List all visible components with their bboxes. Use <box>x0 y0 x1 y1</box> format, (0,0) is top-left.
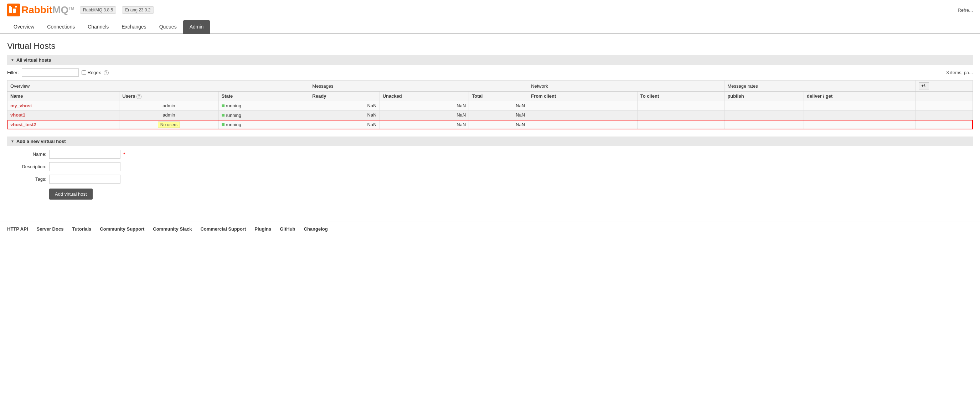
footer-server-docs[interactable]: Server Docs <box>37 226 64 232</box>
col-unacked: Unacked <box>380 92 469 101</box>
vhost-name-link[interactable]: my_vhost <box>10 103 32 108</box>
rabbitmq-version-badge: RabbitMQ 3.8.5 <box>80 6 116 14</box>
running-badge: running <box>222 103 241 108</box>
add-vhost-collapse-arrow: ▼ <box>11 139 14 143</box>
regex-label: Regex <box>82 70 101 75</box>
nav-overview[interactable]: Overview <box>7 20 41 34</box>
section-collapse-arrow: ▼ <box>11 58 14 62</box>
vhost-extra-cell <box>916 120 973 129</box>
form-row-name: Name: * <box>14 150 973 159</box>
vhost-users-cell: No users <box>119 120 218 129</box>
vhost-unacked-cell: NaN <box>380 110 469 120</box>
group-header-plusminus: +/- <box>916 81 973 92</box>
logo-tm: TM <box>68 6 74 10</box>
tags-field[interactable] <box>49 175 121 183</box>
nav-exchanges[interactable]: Exchanges <box>115 20 153 34</box>
nav-admin[interactable]: Admin <box>183 20 210 34</box>
add-vhost-section-title: Add a new virtual host <box>16 138 66 144</box>
col-state: State <box>218 92 309 101</box>
vhost-name-cell: vhost1 <box>8 110 119 120</box>
svg-rect-1 <box>9 7 12 13</box>
footer-github[interactable]: GitHub <box>280 226 295 232</box>
add-vhost-form: Name: * Description: Tags: Add virtual h… <box>7 146 973 207</box>
description-field[interactable] <box>49 162 121 171</box>
col-deliver-get: deliver / get <box>804 92 916 101</box>
main-content: Virtual Hosts ▼ All virtual hosts Filter… <box>0 34 980 221</box>
vhost-name-cell: my_vhost <box>8 101 119 110</box>
svg-rect-4 <box>15 6 17 8</box>
vhost-deliver-get-cell <box>804 101 916 110</box>
form-row-tags: Tags: <box>14 175 973 183</box>
form-row-description: Description: <box>14 162 973 171</box>
table-col-header-row: Name Users ? State Ready Unacked Total F… <box>8 92 973 101</box>
logo-mq: MQ <box>52 4 68 15</box>
vhost-extra-cell <box>916 110 973 120</box>
col-to-client: To client <box>637 92 724 101</box>
running-dot <box>222 104 224 107</box>
vhost-name-link[interactable]: vhost1 <box>10 112 25 118</box>
regex-checkbox[interactable] <box>82 70 86 75</box>
name-required-indicator: * <box>123 151 125 157</box>
all-vhosts-section-title: All virtual hosts <box>16 57 51 63</box>
vhost-publish-cell <box>724 101 804 110</box>
footer-tutorials[interactable]: Tutorials <box>72 226 91 232</box>
filter-label: Filter: <box>7 70 19 75</box>
footer-commercial-support[interactable]: Commercial Support <box>200 226 246 232</box>
add-vhost-section-header[interactable]: ▼ Add a new virtual host <box>7 137 973 146</box>
logo-rabbit: Rabbit <box>21 4 52 15</box>
svg-rect-3 <box>9 6 11 8</box>
vhost-from-client-cell <box>528 101 638 110</box>
all-vhosts-section-header[interactable]: ▼ All virtual hosts <box>7 55 973 65</box>
col-from-client: From client <box>528 92 638 101</box>
vhost-ready-cell: NaN <box>309 110 380 120</box>
col-ready: Ready <box>309 92 380 101</box>
refresh-label: Refre... <box>958 8 973 13</box>
users-help-icon[interactable]: ? <box>137 94 142 99</box>
table-row: vhost1adminrunningNaNNaNNaN <box>8 110 973 120</box>
running-dot <box>222 114 224 116</box>
add-virtual-host-button[interactable]: Add virtual host <box>49 189 93 200</box>
vhost-ready-cell: NaN <box>309 101 380 110</box>
rabbitmq-logo-icon <box>7 3 20 16</box>
footer-plugins[interactable]: Plugins <box>255 226 271 232</box>
footer-community-support[interactable]: Community Support <box>100 226 144 232</box>
group-header-network: Network <box>528 81 724 92</box>
vhost-unacked-cell: NaN <box>380 120 469 129</box>
logo: RabbitMQTM <box>7 3 74 16</box>
nav-connections[interactable]: Connections <box>41 20 81 34</box>
group-header-messages: Messages <box>309 81 528 92</box>
vhost-total-cell: NaN <box>469 101 528 110</box>
logo-text: RabbitMQTM <box>21 4 74 16</box>
footer-changelog[interactable]: Changelog <box>304 226 328 232</box>
name-field[interactable] <box>49 150 121 159</box>
vhost-to-client-cell <box>637 101 724 110</box>
running-badge: running <box>222 113 241 118</box>
vhost-state-cell: running <box>218 110 309 120</box>
table-row: my_vhostadminrunningNaNNaNNaN <box>8 101 973 110</box>
running-dot <box>222 123 224 126</box>
all-vhosts-section: ▼ All virtual hosts Filter: Regex ? 3 it… <box>7 55 973 129</box>
filter-input[interactable] <box>22 68 79 76</box>
page-title: Virtual Hosts <box>7 41 973 51</box>
nav-channels[interactable]: Channels <box>81 20 115 34</box>
footer-community-slack[interactable]: Community Slack <box>153 226 192 232</box>
vhosts-table: Overview Messages Network Message rates … <box>7 80 973 129</box>
vhost-name-link[interactable]: vhost_test2 <box>10 122 36 127</box>
vhost-to-client-cell <box>637 110 724 120</box>
vhost-state-cell: running <box>218 120 309 129</box>
regex-text: Regex <box>88 70 101 75</box>
vhost-publish-cell <box>724 120 804 129</box>
add-vhost-section: ▼ Add a new virtual host Name: * Descrip… <box>7 137 973 207</box>
table-row: vhost_test2No usersrunningNaNNaNNaN <box>8 120 973 129</box>
filter-help-icon[interactable]: ? <box>104 70 109 75</box>
footer: HTTP API Server Docs Tutorials Community… <box>0 221 980 237</box>
footer-http-api[interactable]: HTTP API <box>7 226 28 232</box>
plus-minus-button[interactable]: +/- <box>919 82 929 89</box>
nav-queues[interactable]: Queues <box>153 20 183 34</box>
main-nav: Overview Connections Channels Exchanges … <box>0 20 980 34</box>
col-name: Name <box>8 92 119 101</box>
vhost-total-cell: NaN <box>469 120 528 129</box>
vhost-users-cell: admin <box>119 110 218 120</box>
col-extra <box>916 92 973 101</box>
vhost-from-client-cell <box>528 110 638 120</box>
